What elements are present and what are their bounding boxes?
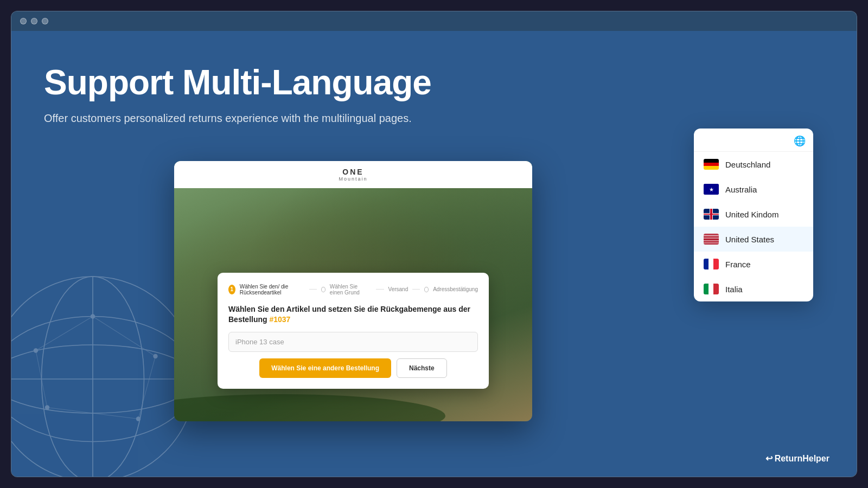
browser-titlebar (11, 11, 857, 31)
flag-uk (704, 209, 719, 220)
product-item-display: iPhone 13 case (228, 332, 478, 352)
language-label-fr: France (725, 260, 751, 269)
rh-icon: ↩ (765, 453, 773, 464)
dialog-order-ref: #1037 (269, 315, 290, 324)
language-item-it[interactable]: Italia (694, 277, 813, 301)
flag-australia (704, 184, 719, 195)
return-dialog: 1 Wählen Sie den/ die Rücksendeartikel W… (218, 273, 489, 389)
language-dropdown-header: 🌐 (694, 129, 813, 152)
window-dot-green (42, 18, 48, 24)
svg-line-11 (93, 317, 156, 357)
step-4-label: Adressbestätigung (433, 286, 478, 292)
app-logo-sub: Mountain (339, 176, 367, 182)
language-label-us: United States (725, 235, 774, 244)
step-2-label: Wählen Sie einen Grund (330, 284, 372, 296)
step-divider-3 (412, 289, 420, 290)
language-item-uk[interactable]: United Kindom (694, 202, 813, 227)
flag-france (704, 259, 719, 269)
language-dropdown[interactable]: 🌐 Deutschland Australia United Kindom Un… (694, 129, 813, 301)
svg-line-12 (138, 356, 156, 419)
language-item-de[interactable]: Deutschland (694, 152, 813, 177)
svg-point-0 (11, 277, 195, 477)
globe-icon: 🌐 (794, 135, 806, 147)
step-1-indicator: 1 (228, 285, 235, 294)
language-item-fr[interactable]: France (694, 252, 813, 277)
rh-brand-name: ReturnHelper (775, 454, 829, 464)
page-title: Support Multi-Language (44, 63, 824, 101)
dialog-title: Wählen Sie den Artikel und setzen Sie di… (228, 304, 478, 325)
returnhelper-logo: ↩ ReturnHelper (765, 453, 829, 464)
dialog-buttons: Wählen Sie eine andere Bestellung Nächst… (228, 358, 478, 378)
language-label-uk: United Kindom (725, 210, 778, 219)
flag-us (704, 234, 719, 245)
app-mockup: ONE Mountain 1 Wählen Sie den/ die Rücks… (174, 161, 532, 421)
step-1-label: Wählen Sie den/ die Rücksendeartikel (240, 284, 305, 296)
language-item-us[interactable]: United States (694, 227, 813, 252)
step-divider-1 (309, 289, 317, 290)
browser-content: Support Multi-Language Offer customers p… (11, 31, 857, 477)
step-4-radio (424, 287, 429, 292)
svg-line-15 (36, 317, 93, 351)
dialog-title-text: Wählen Sie den Artikel und setzen Sie di… (228, 305, 470, 324)
dialog-steps: 1 Wählen Sie den/ die Rücksendeartikel W… (228, 284, 478, 296)
alternate-order-button[interactable]: Wählen Sie eine andere Bestellung (259, 358, 391, 378)
step-3-label: Versand (388, 286, 409, 292)
app-logo: ONE (342, 168, 363, 176)
flag-italy (704, 284, 719, 294)
app-header: ONE Mountain (174, 161, 532, 188)
window-dot-red (20, 18, 27, 24)
language-item-au[interactable]: Australia (694, 177, 813, 202)
language-label-it: Italia (725, 285, 743, 294)
next-button[interactable]: Nächste (397, 358, 447, 378)
step-divider-2 (376, 289, 384, 290)
page-subtitle: Offer customers personalized returns exp… (44, 112, 824, 125)
flag-germany (704, 159, 719, 170)
step-2-radio (321, 287, 326, 292)
language-label-de: Deutschland (725, 160, 770, 169)
svg-point-16 (174, 394, 445, 421)
window-dot-yellow (31, 18, 37, 24)
language-label-au: Australia (725, 185, 757, 194)
browser-window: Support Multi-Language Offer customers p… (11, 11, 857, 477)
